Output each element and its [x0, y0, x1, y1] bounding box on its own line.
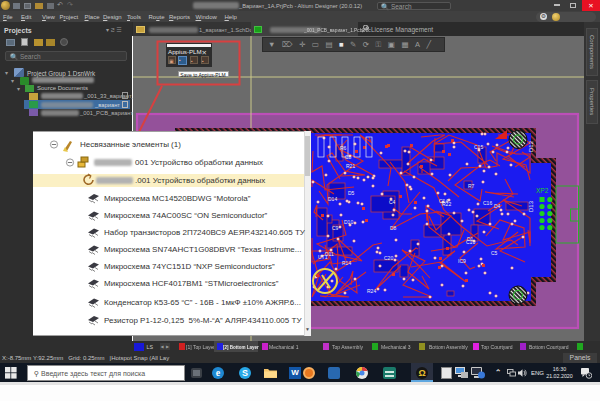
svg-text:D4: D4 [494, 203, 501, 209]
svg-text:C9: C9 [332, 225, 339, 231]
svg-text:R14: R14 [342, 260, 351, 266]
svg-text:C4: C4 [389, 199, 396, 205]
svg-text:C16: C16 [483, 200, 492, 206]
svg-text:XP2: XP2 [536, 187, 549, 194]
svg-text:D10: D10 [344, 219, 353, 225]
svg-text:C20: C20 [384, 255, 393, 261]
svg-text:D13: D13 [528, 200, 534, 212]
svg-text:R24: R24 [367, 288, 376, 294]
svg-text:C5: C5 [491, 250, 498, 256]
svg-text:D5: D5 [348, 190, 355, 196]
svg-text:R7: R7 [468, 183, 475, 189]
svg-text:D1: D1 [467, 236, 474, 242]
svg-text:R21: R21 [346, 163, 355, 169]
svg-text:D14: D14 [328, 196, 337, 202]
svg-text:D8: D8 [390, 225, 397, 231]
svg-text:IC9: IC9 [458, 258, 466, 264]
svg-text:UT1: UT1 [318, 254, 328, 260]
svg-text:R22: R22 [442, 201, 451, 207]
